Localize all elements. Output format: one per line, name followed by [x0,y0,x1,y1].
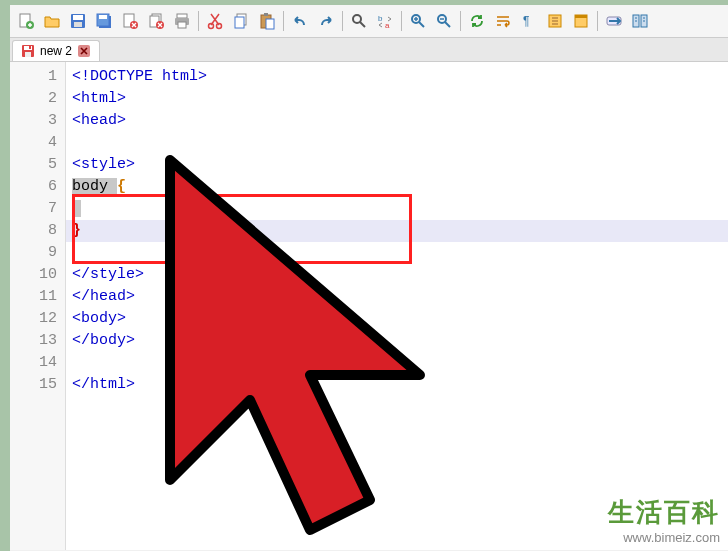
code-line[interactable]: </body> [72,330,722,352]
sync-icon [468,12,486,30]
new-file-icon [17,12,35,30]
svg-text:a: a [385,21,390,30]
svg-point-17 [217,24,222,29]
watermark: 生活百科 www.bimeiz.com [608,495,720,545]
copy-button[interactable] [229,9,253,33]
code-text-area[interactable]: <!DOCTYPE html><html><head><style>body {… [66,62,728,550]
new-file-button[interactable] [14,9,38,33]
cut-icon [206,12,224,30]
line-number-gutter: 123456789101112131415 [10,62,66,550]
zoom-out-button[interactable] [432,9,456,33]
tab-bar: new 2 [10,38,728,62]
svg-rect-19 [235,17,244,28]
svg-rect-22 [266,19,274,29]
find-button[interactable] [347,9,371,33]
copy-icon [232,12,250,30]
line-number: 15 [14,374,57,396]
svg-rect-31 [575,15,587,18]
svg-rect-3 [73,15,83,20]
line-number: 14 [14,352,57,374]
code-line[interactable]: </head> [72,286,722,308]
code-line[interactable] [72,132,722,154]
line-number: 5 [14,154,57,176]
current-line-highlight [66,220,728,242]
indent-button[interactable] [543,9,567,33]
code-line[interactable] [72,242,722,264]
code-line[interactable]: <!DOCTYPE html> [72,66,722,88]
redo-button[interactable] [314,9,338,33]
save-icon [69,12,87,30]
line-number: 11 [14,286,57,308]
svg-rect-21 [264,13,268,16]
line-number: 10 [14,264,57,286]
svg-rect-4 [74,22,82,27]
watermark-text: 生活百科 [608,495,720,530]
file-tab[interactable]: new 2 [12,40,100,61]
svg-rect-15 [178,22,186,28]
svg-point-16 [209,24,214,29]
close-icon [121,12,139,30]
undo-button[interactable] [288,9,312,33]
editor-window: ba¶ new 2 123456789101112131415 <!DOCTYP… [10,5,728,551]
save-disk-icon [21,44,35,58]
code-line[interactable]: <html> [72,88,722,110]
watermark-url: www.bimeiz.com [608,530,720,545]
replace-button[interactable]: ba [373,9,397,33]
line-number: 12 [14,308,57,330]
chars-button[interactable]: ¶ [517,9,541,33]
close-button[interactable] [118,9,142,33]
print-button[interactable] [170,9,194,33]
undo-icon [291,12,309,30]
sync-button[interactable] [465,9,489,33]
open-file-button[interactable] [40,9,64,33]
zoom-in-icon [409,12,427,30]
code-line[interactable]: <head> [72,110,722,132]
main-toolbar: ba¶ [10,5,728,38]
toolbar-separator [401,11,402,31]
line-number: 9 [14,242,57,264]
line-number: 3 [14,110,57,132]
folder-button[interactable] [569,9,593,33]
close-all-button[interactable] [144,9,168,33]
code-line[interactable]: <style> [72,154,722,176]
close-all-icon [147,12,165,30]
zoom-in-button[interactable] [406,9,430,33]
line-number: 2 [14,88,57,110]
toolbar-separator [597,11,598,31]
folder-icon [572,12,590,30]
svg-rect-38 [29,46,31,49]
code-line[interactable] [72,198,722,220]
code-line[interactable]: body { [72,176,722,198]
replace-icon: ba [376,12,394,30]
line-number: 13 [14,330,57,352]
indent-icon [546,12,564,30]
toolbar-separator [198,11,199,31]
line-number: 7 [14,198,57,220]
wrap-icon [494,12,512,30]
line-number: 8 [14,220,57,242]
code-editor[interactable]: 123456789101112131415 <!DOCTYPE html><ht… [10,62,728,550]
find-icon [350,12,368,30]
macro-play-button[interactable] [628,9,652,33]
save-all-button[interactable] [92,9,116,33]
redo-icon [317,12,335,30]
macro-rec-button[interactable] [602,9,626,33]
cut-button[interactable] [203,9,227,33]
paste-button[interactable] [255,9,279,33]
zoom-out-icon [435,12,453,30]
code-line[interactable]: </html> [72,374,722,396]
code-line[interactable]: </style> [72,264,722,286]
toolbar-separator [460,11,461,31]
tab-close-icon[interactable] [77,44,91,58]
save-button[interactable] [66,9,90,33]
wrap-button[interactable] [491,9,515,33]
code-line[interactable] [72,352,722,374]
svg-rect-7 [99,15,107,19]
open-file-icon [43,12,61,30]
toolbar-separator [283,11,284,31]
macro-play-icon [631,12,649,30]
code-line[interactable]: <body> [72,308,722,330]
line-number: 4 [14,132,57,154]
svg-rect-13 [177,14,187,18]
chars-icon: ¶ [520,12,538,30]
